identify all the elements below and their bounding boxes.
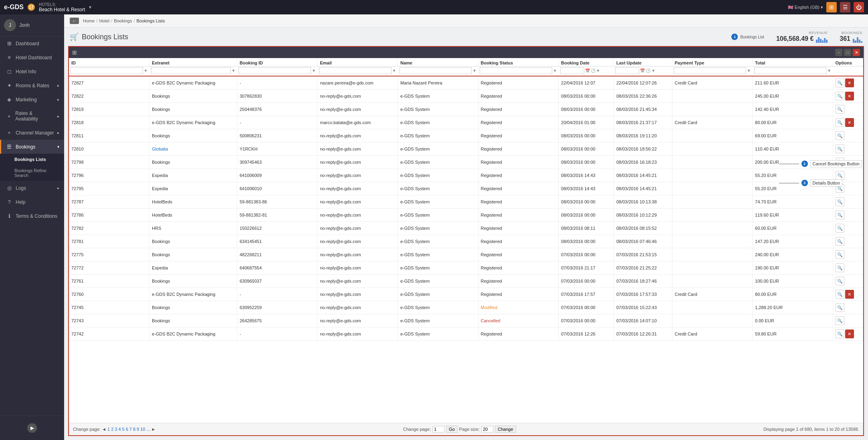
cell-id: 72782 (69, 222, 149, 235)
sidebar-item-bookings-refine-search[interactable]: Bookings Refine Search (0, 165, 64, 181)
page-7[interactable]: 7 (129, 427, 132, 432)
details-button[interactable]: 🔍 (836, 237, 844, 246)
minimize-button[interactable]: − (835, 49, 842, 56)
filter-input-email[interactable] (319, 67, 392, 74)
page-8[interactable]: 8 (133, 427, 135, 432)
hotel-count-badge: 17 (28, 4, 35, 11)
page-9[interactable]: 9 (137, 427, 139, 432)
cancel-booking-button[interactable]: ✕ (845, 290, 854, 299)
page-4[interactable]: 4 (118, 427, 121, 432)
sidebar-item-channel-manager[interactable]: + Channel Manager ▸ (0, 126, 64, 140)
cell-payment (672, 195, 753, 209)
menu-icon-button[interactable]: ☰ (840, 2, 850, 12)
filter-input-last-update[interactable] (615, 67, 639, 74)
callout-3: 3 Details Button (779, 179, 862, 187)
filter-input-booking-date[interactable] (560, 67, 584, 74)
callout-2: 2 Cancel Bookings Button (779, 160, 862, 167)
next-page-icon[interactable]: ► (151, 427, 156, 432)
sidebar-item-rooms-rates[interactable]: ✦ Rooms & Rates ▸ (0, 78, 64, 92)
cancel-booking-button[interactable]: ✕ (845, 92, 854, 100)
hotel-dropdown-icon[interactable]: ▾ (89, 4, 91, 10)
power-icon-button[interactable]: ⏻ (854, 2, 864, 12)
sidebar-item-terms[interactable]: ℹ Terms & Conditions (0, 209, 64, 223)
filter-input-status[interactable] (480, 67, 552, 74)
cell-extranet: e-GDS B2C Dynamic Packaging (149, 288, 237, 301)
details-button[interactable]: 🔍 (836, 316, 844, 325)
cancel-booking-button[interactable]: ✕ (845, 118, 854, 127)
details-button[interactable]: 🔍 (836, 105, 844, 114)
sidebar-item-hotel-info[interactable]: ◻ Hotel Info (0, 64, 64, 78)
details-button[interactable]: 🔍 (836, 118, 844, 127)
details-button[interactable]: 🔍 (836, 224, 844, 233)
details-button[interactable]: 🔍 (836, 197, 844, 206)
go-button[interactable]: Go (446, 426, 458, 433)
details-button[interactable]: 🔍 (836, 145, 844, 153)
cancel-booking-button[interactable]: ✕ (845, 78, 854, 87)
language-selector[interactable]: 🇬🇧 English (GB) ▾ (788, 5, 823, 10)
grid-icon-button[interactable]: ⊞ (826, 2, 837, 12)
cell-name: e-GDS System (398, 195, 478, 209)
sidebar-item-rates-availability[interactable]: + Rates & Availability ▸ (0, 106, 64, 126)
page-1[interactable]: 1 (107, 427, 110, 432)
bookings-icon: ☰ (6, 144, 12, 150)
details-button[interactable]: 🔍 (836, 131, 844, 140)
cell-payment (672, 143, 753, 156)
filter-input-booking-id[interactable] (238, 67, 311, 74)
details-button[interactable]: 🔍 (836, 277, 844, 285)
page-6[interactable]: 6 (126, 427, 128, 432)
details-button[interactable]: 🔍 (836, 250, 844, 259)
filter-input-name[interactable] (400, 67, 472, 74)
sidebar-item-logs[interactable]: ◎ Logs ▸ (0, 181, 64, 195)
page-10[interactable]: 10 (140, 427, 145, 432)
filter-input-id[interactable] (71, 67, 143, 74)
cell-booking-id: - (237, 76, 317, 90)
breadcrumb-home[interactable]: Home (83, 18, 95, 23)
close-button[interactable]: ✕ (853, 49, 860, 56)
table-grid-icon[interactable]: ⊞ (72, 49, 77, 56)
filter-icon-id: ▼ (144, 68, 148, 73)
details-button[interactable]: 🔍 (836, 211, 844, 219)
sidebar-item-bookings[interactable]: ☰ Bookings ▾ (0, 140, 64, 154)
filter-input-total[interactable] (754, 67, 827, 74)
sidebar-toggle-button[interactable]: ▶ (27, 423, 37, 433)
details-button[interactable]: 🔍 (836, 303, 844, 312)
maximize-button[interactable]: □ (844, 49, 851, 56)
cell-total: 60.00 EUR (753, 222, 833, 235)
cancel-booking-button[interactable]: ✕ (845, 329, 854, 338)
sidebar-item-hotel-dashboard[interactable]: ≡ Hotel Dashboard (0, 50, 64, 64)
clock-icon-last-update[interactable]: 🕐 (646, 68, 650, 73)
prev-page-icon[interactable]: ◄ (102, 427, 106, 432)
bookings-table-wrap[interactable]: ID Extranet Booking ID Email Name Bookin… (69, 58, 863, 423)
sidebar-item-dashboard[interactable]: ⊞ Dashboard (0, 36, 64, 50)
page-2[interactable]: 2 (111, 427, 113, 432)
cell-name: e-GDS System (398, 182, 478, 195)
breadcrumb-bookings[interactable]: Bookings (114, 18, 132, 23)
page-ellipsis: ... (146, 427, 150, 432)
sidebar-item-marketing[interactable]: ◈ Marketing ▸ (0, 92, 64, 106)
page-3[interactable]: 3 (115, 427, 117, 432)
change-button[interactable]: Change (495, 426, 516, 433)
details-button[interactable]: 🔍 (836, 92, 844, 100)
cell-booking-id: 630965037 (237, 275, 317, 288)
page-size-input[interactable] (481, 426, 493, 432)
details-button[interactable]: 🔍 (836, 329, 844, 338)
details-button[interactable]: 🔍 (836, 290, 844, 299)
calendar-icon-last-update[interactable]: 📅 (640, 68, 645, 73)
filter-input-extranet[interactable] (151, 67, 231, 74)
table-row: 72775Bookings482268211no-reply@e-gds.com… (69, 248, 863, 261)
rooms-arrow-icon: ▸ (57, 83, 59, 88)
sidebar-item-bookings-lists[interactable]: Bookings Lists (0, 154, 64, 165)
details-button[interactable]: 🔍 (836, 78, 844, 87)
clock-icon-booking-date[interactable]: 🕐 (591, 68, 595, 73)
sidebar-item-help[interactable]: ? Help (0, 195, 64, 209)
breadcrumb-hotel[interactable]: Hotel (99, 18, 109, 23)
details-button[interactable]: 🔍 (836, 263, 844, 272)
filter-input-payment[interactable] (674, 67, 746, 74)
breadcrumb-back-button[interactable]: ← (70, 18, 79, 24)
sidebar-nav: ⊞ Dashboard ≡ Hotel Dashboard ◻ Hotel In… (0, 36, 64, 416)
page-number-input[interactable] (432, 426, 444, 432)
cell-id: 72743 (69, 314, 149, 327)
calendar-icon-booking-date[interactable]: 📅 (585, 68, 590, 73)
page-5[interactable]: 5 (122, 427, 125, 432)
cell-booking-date: 08/03/2016 14:43 (559, 182, 614, 195)
